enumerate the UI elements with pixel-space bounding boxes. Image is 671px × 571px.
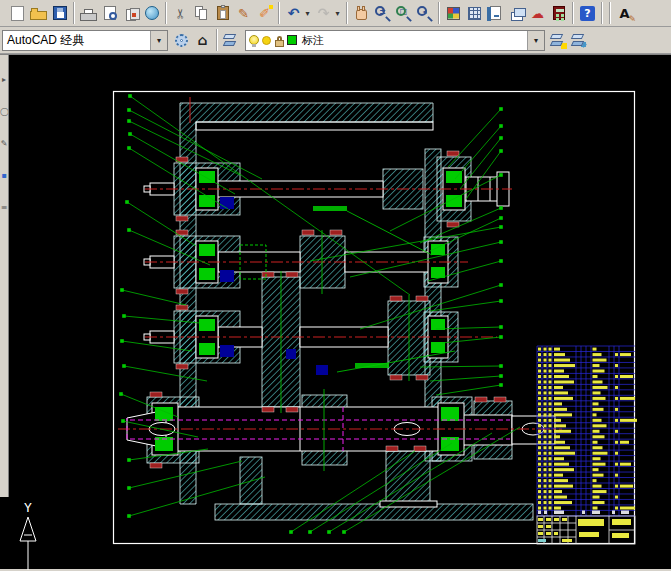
workspace-settings-icon: [175, 34, 188, 47]
layer-on-bulb-icon[interactable]: [249, 35, 259, 45]
drawing-canvas[interactable]: ▸ ◯ ✎ ▪ ≡ Y: [0, 54, 671, 569]
layer-translator-button[interactable]: [569, 29, 590, 51]
workspaces-layers-toolbar: AutoCAD 经典 ▾ ⌂ 标注 ▾: [0, 27, 671, 54]
publish-icon: [126, 9, 136, 21]
markup-icon: ☁: [529, 5, 546, 22]
toolbar-separator: [346, 2, 348, 24]
match-properties-icon: ✎: [235, 5, 252, 22]
undo-list-button[interactable]: ▾: [302, 2, 313, 24]
clipped-icon: ▪: [0, 169, 8, 183]
paste-button[interactable]: [212, 2, 233, 24]
layer-states-button[interactable]: [548, 29, 569, 51]
block-editor-icon: ✐: [256, 5, 273, 22]
my-workspace-button[interactable]: ⌂: [192, 29, 213, 51]
toolbar-separator: [73, 2, 75, 24]
quickcalc-button[interactable]: [548, 2, 569, 24]
workspace-settings-button[interactable]: [171, 29, 192, 51]
zoom-previous-button[interactable]: ◂: [414, 2, 435, 24]
clipped-icon: ≡: [0, 201, 8, 215]
layer-properties-buttons: [221, 29, 242, 51]
layer-color-swatch-icon[interactable]: [287, 35, 297, 45]
bom-parts-table: [537, 346, 637, 544]
layer-state-icons: [248, 33, 298, 47]
toolbar-separator: [165, 2, 167, 24]
chevron-down-icon[interactable]: ▾: [527, 31, 544, 50]
plot-preview-icon: [104, 6, 116, 20]
text-style-button[interactable]: A: [614, 2, 635, 24]
save-icon: [53, 6, 67, 20]
workspace-dropdown[interactable]: AutoCAD 经典 ▾: [2, 30, 168, 51]
plot-button[interactable]: [78, 2, 99, 24]
redo-icon: ↷: [315, 5, 332, 22]
plot-icon: [80, 13, 97, 21]
layer-freeze-sun-icon[interactable]: [262, 36, 271, 45]
markup-button[interactable]: ☁: [527, 2, 548, 24]
layer-tools-buttons: [548, 29, 590, 51]
clipped-icon: ✎: [0, 137, 8, 151]
autocad-window: ✂✎✐↶▾↷▾±□◂☁?A AutoCAD 经典 ▾ ⌂ 标注 ▾ ▸ ◯ ✎ …: [0, 0, 671, 571]
ucs-icon: Y: [20, 500, 36, 570]
publish-web-button[interactable]: [141, 2, 162, 24]
copy-button[interactable]: [191, 2, 212, 24]
pan-icon: [356, 9, 367, 20]
my-workspace-icon: ⌂: [194, 32, 211, 49]
toolbar-separator: [278, 2, 280, 24]
new-button[interactable]: [7, 2, 28, 24]
ucs-y-label: Y: [24, 500, 32, 515]
open-icon: [30, 11, 47, 20]
properties-icon: [447, 7, 460, 20]
redo-list-button[interactable]: ▾: [332, 2, 343, 24]
copy-icon: [193, 5, 210, 22]
zoom-window-icon: □: [395, 5, 412, 22]
sheet-set-manager-button[interactable]: [506, 2, 527, 24]
gearbox-assembly-drawing: Y: [8, 55, 671, 570]
redo-button[interactable]: ↷: [313, 2, 334, 24]
publish-button[interactable]: [120, 2, 141, 24]
toolbar-separator: [216, 29, 218, 51]
toolbar-separator: [601, 2, 603, 24]
cut-button[interactable]: ✂: [170, 2, 191, 24]
layer-dropdown[interactable]: 标注 ▾: [245, 30, 545, 51]
layer-translator-icon: [571, 32, 588, 49]
current-layer-name: 标注: [298, 31, 527, 50]
workspace-value: AutoCAD 经典: [3, 31, 150, 50]
zoom-realtime-button[interactable]: ±: [372, 2, 393, 24]
sheet-set-manager-icon: [511, 12, 523, 21]
tool-palettes-icon: [490, 6, 501, 20]
pan-button[interactable]: [351, 2, 372, 24]
zoom-previous-icon: ◂: [416, 5, 433, 22]
publish-web-icon: [145, 6, 159, 20]
cut-icon: ✂: [172, 5, 189, 22]
plot-preview-button[interactable]: [99, 2, 120, 24]
tool-palettes-button[interactable]: [485, 2, 506, 24]
help-icon: ?: [580, 6, 595, 21]
chevron-down-icon[interactable]: ▾: [150, 31, 167, 50]
block-editor-button[interactable]: ✐: [254, 2, 275, 24]
toolbar-separator: [438, 2, 440, 24]
zoom-realtime-icon: ±: [374, 5, 391, 22]
designcenter-button[interactable]: [464, 2, 485, 24]
new-icon: [11, 6, 24, 21]
text-style-icon: A: [616, 5, 633, 22]
layer-lock-icon[interactable]: [275, 40, 284, 47]
undo-icon: ↶: [285, 5, 302, 22]
zoom-window-button[interactable]: □: [393, 2, 414, 24]
properties-button[interactable]: [443, 2, 464, 24]
paste-icon: [217, 6, 229, 20]
quickcalc-icon: [553, 6, 565, 20]
layer-properties-button[interactable]: [221, 29, 242, 51]
toolbar-separator: [572, 2, 574, 24]
layer-properties-icon: [223, 32, 240, 49]
workspace-buttons: ⌂: [171, 29, 213, 51]
housing-hatched-sections: [147, 103, 533, 520]
open-button[interactable]: [28, 2, 49, 24]
designcenter-icon: [468, 7, 481, 20]
match-properties-button[interactable]: ✎: [233, 2, 254, 24]
standard-toolbar: ✂✎✐↶▾↷▾±□◂☁?A: [0, 0, 671, 27]
toolbar-separator: [609, 2, 611, 24]
layer-states-icon: [550, 32, 567, 49]
help-button[interactable]: ?: [577, 2, 598, 24]
save-button[interactable]: [49, 2, 70, 24]
clipped-icon: ◯: [0, 105, 8, 119]
undo-button[interactable]: ↶: [283, 2, 304, 24]
